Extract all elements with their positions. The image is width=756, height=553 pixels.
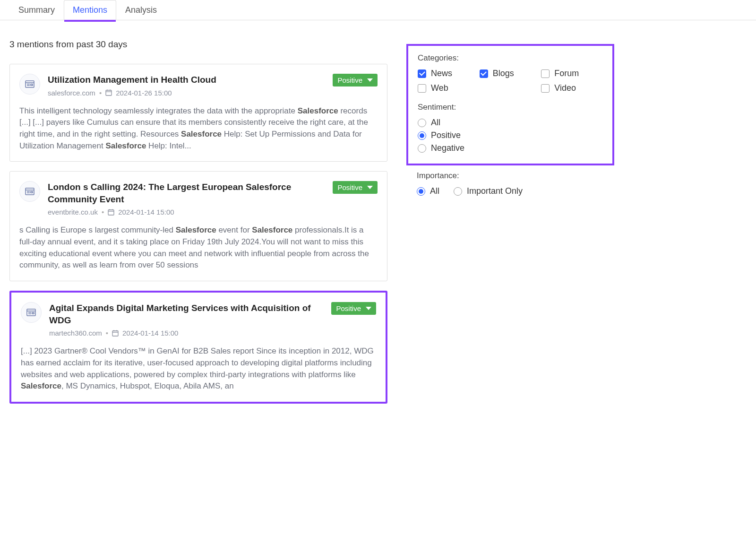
- sentiment-badge[interactable]: Positive: [333, 74, 378, 86]
- separator-dot: •: [99, 89, 102, 97]
- importance-label: Importance:: [417, 171, 604, 181]
- importance-option-important-only[interactable]: Important Only: [454, 186, 523, 196]
- radio-icon: [417, 187, 425, 196]
- chevron-down-icon: [366, 307, 371, 310]
- mention-card[interactable]: London s Calling 2024: The Largest Europ…: [9, 171, 387, 281]
- svg-rect-5: [106, 90, 112, 95]
- categories-label: Categories:: [418, 53, 603, 63]
- mention-meta: martech360.com•2024-01-14 15:00: [49, 329, 324, 337]
- mention-title[interactable]: Utilization Management in Health Cloud: [48, 74, 325, 86]
- news-icon: [21, 302, 42, 323]
- category-label: Video: [554, 83, 576, 93]
- category-label: Forum: [554, 69, 579, 78]
- checkbox-icon: [541, 69, 550, 78]
- mention-meta: salesforce.com•2024-01-26 15:00: [48, 89, 325, 97]
- mention-excerpt: [...] 2023 Gartner® Cool Vendors™ in Gen…: [21, 346, 376, 392]
- mention-datetime: 2024-01-26 15:00: [116, 89, 172, 97]
- svg-rect-14: [108, 210, 114, 215]
- tab-mentions[interactable]: Mentions: [64, 0, 116, 20]
- filters-panel: Categories: NewsBlogsForumWebVideo Senti…: [406, 44, 614, 165]
- sentiment-option-negative[interactable]: Negative: [418, 143, 603, 153]
- mention-datetime: 2024-01-14 15:00: [118, 208, 174, 216]
- tab-analysis[interactable]: Analysis: [116, 0, 166, 20]
- sentiment-option-label: All: [431, 118, 440, 128]
- mention-datetime: 2024-01-14 15:00: [122, 329, 178, 337]
- radio-icon: [418, 144, 426, 153]
- checkbox-icon: [418, 69, 426, 78]
- mentions-list: Utilization Management in Health Cloudsa…: [9, 64, 387, 404]
- mention-meta: eventbrite.co.uk•2024-01-14 15:00: [48, 208, 325, 216]
- category-option-forum[interactable]: Forum: [541, 69, 603, 78]
- radio-icon: [418, 131, 426, 140]
- sentiment-option-label: Negative: [431, 143, 464, 153]
- svg-rect-23: [112, 331, 118, 336]
- separator-dot: •: [102, 208, 104, 216]
- categories-grid: NewsBlogsForumWebVideo: [418, 69, 603, 93]
- sentiment-option-positive[interactable]: Positive: [418, 130, 603, 140]
- sentiment-badge-label: Positive: [336, 304, 361, 312]
- checkbox-icon: [418, 84, 426, 93]
- category-label: Web: [431, 83, 448, 93]
- category-option-web[interactable]: Web: [418, 83, 480, 93]
- mention-excerpt: This intelligent technology seamlessly i…: [19, 105, 378, 152]
- calendar-icon: [112, 330, 119, 337]
- mention-source: salesforce.com: [48, 89, 95, 97]
- news-icon: [19, 74, 40, 95]
- radio-icon: [418, 119, 426, 127]
- chevron-down-icon: [367, 78, 373, 82]
- mention-card[interactable]: Utilization Management in Health Cloudsa…: [9, 64, 387, 162]
- mention-card[interactable]: Agital Expands Digital Marketing Service…: [9, 291, 387, 404]
- importance-options: AllImportant Only: [417, 186, 604, 196]
- category-option-news[interactable]: News: [418, 69, 480, 78]
- svg-rect-13: [31, 191, 33, 193]
- mention-source: eventbrite.co.uk: [48, 208, 98, 216]
- svg-rect-4: [31, 84, 33, 86]
- mention-source: martech360.com: [49, 329, 102, 337]
- importance-block: Importance: AllImportant Only: [406, 165, 614, 196]
- sentiment-option-label: Positive: [431, 130, 461, 140]
- category-label: News: [431, 69, 452, 78]
- mentions-count: 3 mentions from past 30 days: [9, 39, 387, 50]
- mention-title[interactable]: London s Calling 2024: The Largest Europ…: [48, 181, 325, 205]
- checkbox-icon: [541, 84, 550, 93]
- news-icon: [19, 181, 40, 202]
- chevron-down-icon: [367, 186, 373, 189]
- checkbox-icon: [480, 69, 488, 78]
- sentiment-badge-label: Positive: [337, 76, 362, 84]
- tab-summary[interactable]: Summary: [9, 0, 64, 20]
- calendar-icon: [108, 209, 114, 216]
- mention-title[interactable]: Agital Expands Digital Marketing Service…: [49, 302, 324, 326]
- importance-option-all[interactable]: All: [417, 186, 439, 196]
- category-option-blogs[interactable]: Blogs: [480, 69, 541, 78]
- sentiment-option-all[interactable]: All: [418, 118, 603, 128]
- importance-option-label: Important Only: [467, 186, 523, 196]
- mention-excerpt: s Calling is Europe s largest community-…: [19, 225, 378, 271]
- sentiment-badge-label: Positive: [337, 183, 362, 191]
- svg-rect-22: [32, 312, 34, 314]
- sentiment-label: Sentiment:: [418, 103, 603, 112]
- sentiment-options: AllPositiveNegative: [418, 118, 603, 153]
- sentiment-badge[interactable]: Positive: [333, 181, 378, 194]
- radio-icon: [454, 187, 462, 196]
- importance-option-label: All: [430, 186, 439, 196]
- sentiment-badge[interactable]: Positive: [331, 302, 376, 315]
- category-label: Blogs: [493, 69, 514, 78]
- category-option-video[interactable]: Video: [541, 83, 603, 93]
- tabs-bar: Summary Mentions Analysis: [0, 0, 756, 20]
- calendar-icon: [105, 89, 112, 96]
- separator-dot: •: [106, 329, 108, 337]
